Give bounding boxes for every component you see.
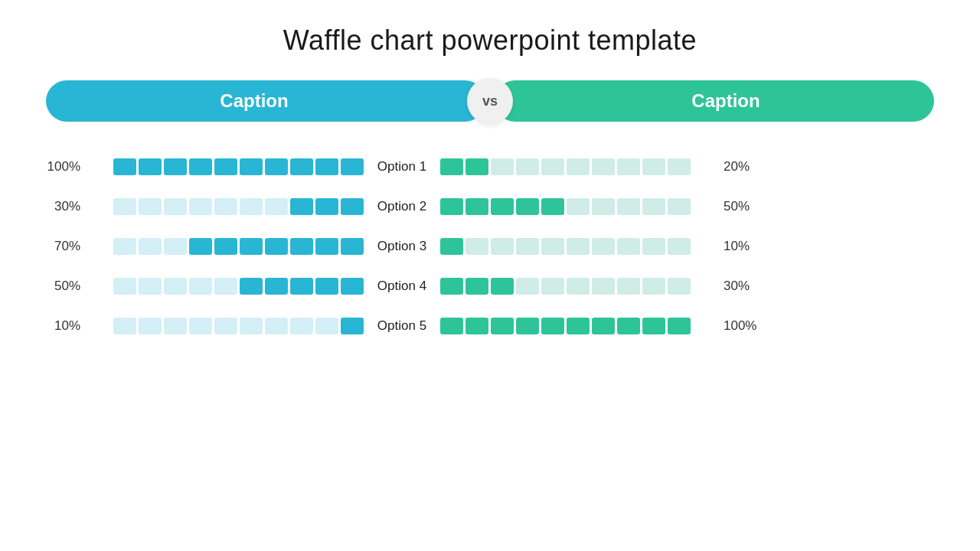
bar-block-empty [189, 198, 212, 215]
left-bar-area [88, 318, 364, 334]
left-bar-area [88, 158, 364, 175]
bar-block-empty [265, 198, 288, 215]
bar-block-empty [642, 238, 665, 255]
bar-block-empty [491, 158, 514, 175]
bar-block-empty [642, 198, 665, 215]
bar-block-empty [214, 318, 237, 334]
bar-block-filled [466, 198, 488, 215]
bar-block-filled [642, 318, 665, 334]
right-bar-area [440, 198, 716, 215]
option-label: Option 1 [364, 159, 440, 174]
bar-block-empty [668, 198, 691, 215]
bar-block-filled [315, 278, 338, 295]
bar-block-filled [290, 278, 313, 295]
bar-block-filled [668, 318, 691, 334]
chart-area: 100%Option 120%30%Option 250%70%Option 3… [46, 147, 934, 346]
bar-block-empty [113, 318, 136, 334]
caption-right: Caption [495, 80, 934, 122]
bar-block-filled [290, 158, 313, 175]
chart-row: 100%Option 120% [46, 147, 934, 187]
bar-block-filled [440, 318, 463, 334]
bar-block-empty [214, 198, 237, 215]
bar-block-filled [341, 238, 364, 255]
bar-block-empty [315, 318, 338, 334]
bar-block-empty [541, 278, 564, 295]
bar-block-filled [240, 158, 263, 175]
bar-block-empty [164, 278, 187, 295]
bar-block-empty [466, 238, 488, 255]
bar-block-empty [567, 238, 590, 255]
left-percent: 10% [46, 318, 88, 334]
bar-block-filled [290, 238, 313, 255]
right-bar-area [440, 158, 716, 175]
bar-block-empty [164, 238, 187, 255]
option-label: Option 3 [364, 239, 440, 254]
left-percent: 70% [46, 239, 88, 254]
bar-block-empty [139, 198, 162, 215]
bar-block-empty [592, 238, 615, 255]
bar-block-filled [516, 318, 539, 334]
chart-row: 70%Option 310% [46, 227, 934, 266]
bar-block-empty [642, 278, 665, 295]
bar-block-filled [466, 278, 488, 295]
bar-block-empty [139, 318, 162, 334]
bar-block-filled [592, 318, 615, 334]
bar-block-empty [567, 198, 590, 215]
right-percent: 50% [716, 199, 758, 214]
bar-block-filled [189, 158, 212, 175]
bar-block-filled [341, 158, 364, 175]
bar-block-filled [341, 198, 364, 215]
bar-block-empty [516, 158, 539, 175]
left-percent: 50% [46, 279, 88, 294]
left-bar-area [88, 278, 364, 295]
bar-block-filled [440, 158, 463, 175]
bar-block-empty [265, 318, 288, 334]
right-percent: 30% [716, 279, 758, 294]
bar-block-filled [440, 238, 463, 255]
bar-block-filled [240, 238, 263, 255]
bar-block-empty [592, 158, 615, 175]
right-percent: 10% [716, 239, 758, 254]
left-bar-area [88, 198, 364, 215]
bar-block-filled [541, 318, 564, 334]
bar-block-empty [113, 278, 136, 295]
right-bar-area [440, 318, 716, 334]
bar-block-filled [315, 238, 338, 255]
bar-block-empty [668, 158, 691, 175]
bar-block-filled [491, 318, 514, 334]
right-percent: 20% [716, 159, 758, 174]
bar-block-empty [668, 278, 691, 295]
bar-block-empty [617, 238, 640, 255]
caption-left: Caption [46, 80, 485, 122]
bar-block-empty [617, 158, 640, 175]
bar-block-empty [240, 318, 263, 334]
bar-block-filled [164, 158, 187, 175]
bar-block-empty [113, 238, 136, 255]
bar-block-filled [440, 278, 463, 295]
option-label: Option 2 [364, 199, 440, 214]
bar-block-empty [240, 198, 263, 215]
left-bar-area [88, 238, 364, 255]
bar-block-filled [189, 238, 212, 255]
caption-row: Caption vs Caption [46, 78, 934, 124]
bar-block-filled [440, 198, 463, 215]
bar-block-empty [164, 198, 187, 215]
page-title: Waffle chart powerpoint template [283, 24, 697, 57]
bar-block-empty [516, 278, 539, 295]
bar-block-empty [668, 238, 691, 255]
bar-block-filled [491, 198, 514, 215]
bar-block-filled [290, 198, 313, 215]
bar-block-empty [189, 318, 212, 334]
bar-block-empty [516, 238, 539, 255]
bar-block-filled [466, 158, 488, 175]
option-label: Option 4 [364, 279, 440, 294]
bar-block-filled [491, 278, 514, 295]
chart-row: 10%Option 5100% [46, 306, 934, 346]
bar-block-filled [265, 158, 288, 175]
bar-block-empty [541, 238, 564, 255]
bar-block-empty [290, 318, 313, 334]
bar-block-empty [139, 238, 162, 255]
option-label: Option 5 [364, 318, 440, 334]
bar-block-empty [541, 158, 564, 175]
bar-block-empty [592, 198, 615, 215]
